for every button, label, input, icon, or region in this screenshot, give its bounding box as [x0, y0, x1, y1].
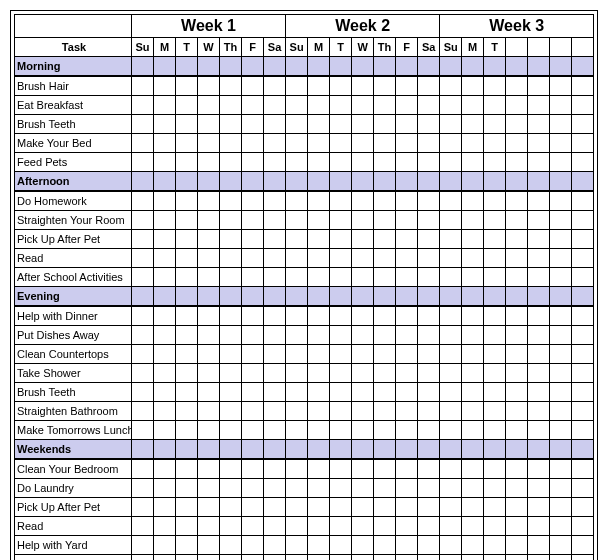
- chore-cell[interactable]: [440, 421, 462, 440]
- chore-cell[interactable]: [198, 364, 220, 383]
- chore-cell[interactable]: [264, 402, 286, 421]
- chore-cell[interactable]: [550, 345, 572, 364]
- chore-cell[interactable]: [462, 459, 484, 479]
- chore-cell[interactable]: [506, 326, 528, 345]
- chore-cell[interactable]: [308, 536, 330, 555]
- chore-cell[interactable]: [396, 153, 418, 172]
- chore-cell[interactable]: [154, 345, 176, 364]
- chore-cell[interactable]: [330, 211, 352, 230]
- chore-cell[interactable]: [286, 306, 308, 326]
- chore-cell[interactable]: [176, 134, 198, 153]
- chore-cell[interactable]: [572, 402, 594, 421]
- chore-cell[interactable]: [440, 306, 462, 326]
- chore-cell[interactable]: [374, 326, 396, 345]
- chore-cell[interactable]: [528, 536, 550, 555]
- chore-cell[interactable]: [572, 153, 594, 172]
- chore-cell[interactable]: [462, 134, 484, 153]
- chore-cell[interactable]: [132, 536, 154, 555]
- chore-cell[interactable]: [506, 536, 528, 555]
- chore-cell[interactable]: [374, 517, 396, 536]
- chore-cell[interactable]: [418, 421, 440, 440]
- chore-cell[interactable]: [286, 383, 308, 402]
- chore-cell[interactable]: [440, 230, 462, 249]
- chore-cell[interactable]: [242, 230, 264, 249]
- chore-cell[interactable]: [572, 249, 594, 268]
- chore-cell[interactable]: [308, 134, 330, 153]
- chore-cell[interactable]: [308, 191, 330, 211]
- chore-cell[interactable]: [506, 479, 528, 498]
- chore-cell[interactable]: [572, 211, 594, 230]
- chore-cell[interactable]: [198, 326, 220, 345]
- chore-cell[interactable]: [176, 479, 198, 498]
- chore-cell[interactable]: [528, 555, 550, 561]
- chore-cell[interactable]: [484, 383, 506, 402]
- chore-cell[interactable]: [176, 459, 198, 479]
- chore-cell[interactable]: [330, 383, 352, 402]
- chore-cell[interactable]: [286, 153, 308, 172]
- chore-cell[interactable]: [462, 517, 484, 536]
- chore-cell[interactable]: [418, 249, 440, 268]
- chore-cell[interactable]: [484, 249, 506, 268]
- chore-cell[interactable]: [572, 326, 594, 345]
- chore-cell[interactable]: [528, 230, 550, 249]
- chore-cell[interactable]: [550, 517, 572, 536]
- chore-cell[interactable]: [572, 383, 594, 402]
- chore-cell[interactable]: [506, 306, 528, 326]
- chore-cell[interactable]: [374, 153, 396, 172]
- chore-cell[interactable]: [308, 383, 330, 402]
- chore-cell[interactable]: [220, 555, 242, 561]
- chore-cell[interactable]: [242, 459, 264, 479]
- chore-cell[interactable]: [220, 96, 242, 115]
- chore-cell[interactable]: [220, 326, 242, 345]
- chore-cell[interactable]: [242, 536, 264, 555]
- chore-cell[interactable]: [132, 479, 154, 498]
- chore-cell[interactable]: [198, 211, 220, 230]
- chore-cell[interactable]: [352, 517, 374, 536]
- chore-cell[interactable]: [550, 555, 572, 561]
- chore-cell[interactable]: [176, 96, 198, 115]
- chore-cell[interactable]: [440, 211, 462, 230]
- chore-cell[interactable]: [176, 153, 198, 172]
- chore-cell[interactable]: [330, 191, 352, 211]
- chore-cell[interactable]: [242, 96, 264, 115]
- chore-cell[interactable]: [528, 76, 550, 96]
- chore-cell[interactable]: [308, 345, 330, 364]
- chore-cell[interactable]: [176, 421, 198, 440]
- chore-cell[interactable]: [418, 517, 440, 536]
- chore-cell[interactable]: [132, 211, 154, 230]
- chore-cell[interactable]: [286, 191, 308, 211]
- chore-cell[interactable]: [242, 402, 264, 421]
- chore-cell[interactable]: [264, 211, 286, 230]
- chore-cell[interactable]: [440, 76, 462, 96]
- chore-cell[interactable]: [572, 479, 594, 498]
- chore-cell[interactable]: [440, 479, 462, 498]
- chore-cell[interactable]: [220, 230, 242, 249]
- chore-cell[interactable]: [440, 326, 462, 345]
- chore-cell[interactable]: [176, 249, 198, 268]
- chore-cell[interactable]: [198, 498, 220, 517]
- chore-cell[interactable]: [264, 459, 286, 479]
- chore-cell[interactable]: [154, 326, 176, 345]
- chore-cell[interactable]: [418, 76, 440, 96]
- chore-cell[interactable]: [308, 96, 330, 115]
- chore-cell[interactable]: [132, 249, 154, 268]
- chore-cell[interactable]: [242, 306, 264, 326]
- chore-cell[interactable]: [440, 536, 462, 555]
- chore-cell[interactable]: [132, 364, 154, 383]
- chore-cell[interactable]: [330, 345, 352, 364]
- chore-cell[interactable]: [132, 345, 154, 364]
- chore-cell[interactable]: [154, 555, 176, 561]
- chore-cell[interactable]: [176, 230, 198, 249]
- chore-cell[interactable]: [572, 306, 594, 326]
- chore-cell[interactable]: [484, 306, 506, 326]
- chore-cell[interactable]: [462, 115, 484, 134]
- chore-cell[interactable]: [352, 211, 374, 230]
- chore-cell[interactable]: [286, 402, 308, 421]
- chore-cell[interactable]: [220, 459, 242, 479]
- chore-cell[interactable]: [396, 364, 418, 383]
- chore-cell[interactable]: [242, 76, 264, 96]
- chore-cell[interactable]: [176, 191, 198, 211]
- chore-cell[interactable]: [440, 249, 462, 268]
- chore-cell[interactable]: [132, 306, 154, 326]
- chore-cell[interactable]: [440, 555, 462, 561]
